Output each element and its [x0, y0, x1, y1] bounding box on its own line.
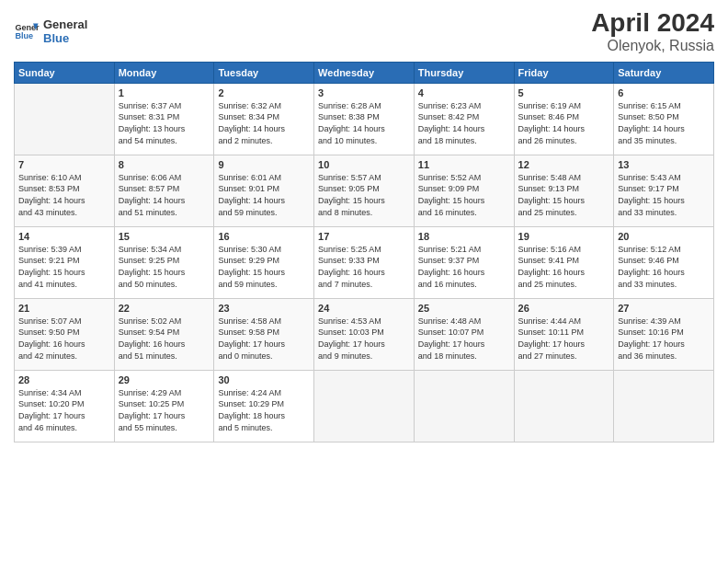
day-info: Sunrise: 5:21 AMSunset: 9:37 PMDaylight:…	[418, 244, 510, 290]
day-info: Sunrise: 5:52 AMSunset: 9:09 PMDaylight:…	[418, 172, 510, 218]
day-header-monday: Monday	[114, 62, 214, 83]
day-number: 29	[119, 374, 210, 385]
page-container: General Blue General Blue April 2024 Ole…	[0, 0, 728, 452]
day-header-sunday: Sunday	[15, 62, 115, 83]
calendar-cell: 24Sunrise: 4:53 AMSunset: 10:03 PMDaylig…	[314, 298, 415, 370]
calendar-cell: 5Sunrise: 6:19 AMSunset: 8:46 PMDaylight…	[514, 83, 614, 155]
logo-line1: General	[43, 17, 87, 32]
day-header-tuesday: Tuesday	[214, 62, 314, 83]
day-info: Sunrise: 4:58 AMSunset: 9:58 PMDaylight:…	[218, 316, 310, 362]
day-number: 26	[518, 303, 610, 314]
calendar-cell: 6Sunrise: 6:15 AMSunset: 8:50 PMDaylight…	[614, 83, 714, 155]
calendar-subtitle: Olenyok, Russia	[591, 38, 714, 54]
title-block: April 2024 Olenyok, Russia	[591, 9, 714, 54]
calendar-table: SundayMondayTuesdayWednesdayThursdayFrid…	[14, 62, 714, 442]
day-info: Sunrise: 5:12 AMSunset: 9:46 PMDaylight:…	[618, 244, 710, 290]
calendar-cell: 28Sunrise: 4:34 AMSunset: 10:20 PMDaylig…	[15, 370, 115, 442]
day-number: 25	[418, 303, 510, 314]
calendar-cell: 21Sunrise: 5:07 AMSunset: 9:50 PMDayligh…	[15, 298, 115, 370]
calendar-cell	[414, 370, 514, 442]
day-info: Sunrise: 6:10 AMSunset: 8:53 PMDaylight:…	[18, 172, 110, 218]
day-info: Sunrise: 4:24 AMSunset: 10:29 PMDaylight…	[218, 387, 310, 433]
day-number: 21	[18, 303, 110, 314]
day-number: 11	[418, 159, 510, 170]
day-info: Sunrise: 6:23 AMSunset: 8:42 PMDaylight:…	[418, 100, 510, 146]
day-info: Sunrise: 5:48 AMSunset: 9:13 PMDaylight:…	[518, 172, 610, 218]
calendar-cell: 25Sunrise: 4:48 AMSunset: 10:07 PMDaylig…	[414, 298, 514, 370]
svg-text:Blue: Blue	[15, 32, 33, 41]
day-number: 9	[218, 159, 310, 170]
calendar-cell: 27Sunrise: 4:39 AMSunset: 10:16 PMDaylig…	[614, 298, 714, 370]
calendar-title: April 2024	[591, 9, 714, 38]
calendar-cell: 10Sunrise: 5:57 AMSunset: 9:05 PMDayligh…	[314, 155, 415, 226]
day-info: Sunrise: 6:28 AMSunset: 8:38 PMDaylight:…	[318, 100, 410, 146]
week-row-1: 1Sunrise: 6:37 AMSunset: 8:31 PMDaylight…	[15, 83, 714, 155]
day-info: Sunrise: 4:29 AMSunset: 10:25 PMDaylight…	[119, 387, 210, 433]
calendar-body: 1Sunrise: 6:37 AMSunset: 8:31 PMDaylight…	[15, 83, 714, 442]
day-number: 22	[119, 303, 210, 314]
day-number: 27	[618, 303, 710, 314]
day-info: Sunrise: 6:15 AMSunset: 8:50 PMDaylight:…	[618, 100, 710, 146]
day-header-saturday: Saturday	[614, 62, 714, 83]
calendar-cell: 13Sunrise: 5:43 AMSunset: 9:17 PMDayligh…	[614, 155, 714, 226]
day-info: Sunrise: 6:06 AMSunset: 8:57 PMDaylight:…	[119, 172, 210, 218]
week-row-5: 28Sunrise: 4:34 AMSunset: 10:20 PMDaylig…	[15, 370, 714, 442]
calendar-cell: 2Sunrise: 6:32 AMSunset: 8:34 PMDaylight…	[214, 83, 314, 155]
logo-text: General Blue	[43, 17, 87, 46]
day-number: 18	[418, 231, 510, 242]
day-info: Sunrise: 5:43 AMSunset: 9:17 PMDaylight:…	[618, 172, 710, 218]
calendar-cell: 19Sunrise: 5:16 AMSunset: 9:41 PMDayligh…	[514, 226, 614, 298]
header: General Blue General Blue April 2024 Ole…	[14, 9, 714, 54]
day-number: 23	[218, 303, 310, 314]
calendar-cell	[15, 83, 115, 155]
day-number: 17	[318, 231, 410, 242]
calendar-cell: 4Sunrise: 6:23 AMSunset: 8:42 PMDaylight…	[414, 83, 514, 155]
day-number: 14	[18, 231, 110, 242]
logo: General Blue General Blue	[14, 17, 87, 46]
week-row-2: 7Sunrise: 6:10 AMSunset: 8:53 PMDaylight…	[15, 155, 714, 226]
day-number: 10	[318, 159, 410, 170]
calendar-cell: 17Sunrise: 5:25 AMSunset: 9:33 PMDayligh…	[314, 226, 415, 298]
day-number: 8	[119, 159, 210, 170]
day-info: Sunrise: 6:01 AMSunset: 9:01 PMDaylight:…	[218, 172, 310, 218]
day-info: Sunrise: 5:30 AMSunset: 9:29 PMDaylight:…	[218, 244, 310, 290]
header-row: SundayMondayTuesdayWednesdayThursdayFrid…	[15, 62, 714, 83]
calendar-cell: 18Sunrise: 5:21 AMSunset: 9:37 PMDayligh…	[414, 226, 514, 298]
day-info: Sunrise: 5:34 AMSunset: 9:25 PMDaylight:…	[119, 244, 210, 290]
day-number: 1	[119, 87, 210, 98]
logo-icon: General Blue	[14, 18, 40, 44]
day-info: Sunrise: 5:39 AMSunset: 9:21 PMDaylight:…	[18, 244, 110, 290]
day-info: Sunrise: 4:34 AMSunset: 10:20 PMDaylight…	[18, 387, 110, 433]
day-info: Sunrise: 4:53 AMSunset: 10:03 PMDaylight…	[318, 316, 410, 362]
calendar-cell: 12Sunrise: 5:48 AMSunset: 9:13 PMDayligh…	[514, 155, 614, 226]
day-number: 28	[18, 374, 110, 385]
calendar-cell: 30Sunrise: 4:24 AMSunset: 10:29 PMDaylig…	[214, 370, 314, 442]
day-number: 24	[318, 303, 410, 314]
day-info: Sunrise: 5:25 AMSunset: 9:33 PMDaylight:…	[318, 244, 410, 290]
day-number: 4	[418, 87, 510, 98]
day-number: 12	[518, 159, 610, 170]
calendar-cell: 16Sunrise: 5:30 AMSunset: 9:29 PMDayligh…	[214, 226, 314, 298]
day-header-thursday: Thursday	[414, 62, 514, 83]
calendar-cell: 3Sunrise: 6:28 AMSunset: 8:38 PMDaylight…	[314, 83, 415, 155]
day-number: 30	[218, 374, 310, 385]
day-number: 16	[218, 231, 310, 242]
calendar-cell: 11Sunrise: 5:52 AMSunset: 9:09 PMDayligh…	[414, 155, 514, 226]
day-header-wednesday: Wednesday	[314, 62, 415, 83]
day-number: 2	[218, 87, 310, 98]
calendar-cell: 23Sunrise: 4:58 AMSunset: 9:58 PMDayligh…	[214, 298, 314, 370]
logo-line2: Blue	[43, 31, 87, 46]
calendar-header: SundayMondayTuesdayWednesdayThursdayFrid…	[15, 62, 714, 83]
calendar-cell: 7Sunrise: 6:10 AMSunset: 8:53 PMDaylight…	[15, 155, 115, 226]
calendar-cell: 8Sunrise: 6:06 AMSunset: 8:57 PMDaylight…	[114, 155, 214, 226]
calendar-cell: 14Sunrise: 5:39 AMSunset: 9:21 PMDayligh…	[15, 226, 115, 298]
day-header-friday: Friday	[514, 62, 614, 83]
day-number: 7	[18, 159, 110, 170]
week-row-3: 14Sunrise: 5:39 AMSunset: 9:21 PMDayligh…	[15, 226, 714, 298]
day-number: 3	[318, 87, 410, 98]
day-info: Sunrise: 6:32 AMSunset: 8:34 PMDaylight:…	[218, 100, 310, 146]
calendar-cell: 22Sunrise: 5:02 AMSunset: 9:54 PMDayligh…	[114, 298, 214, 370]
day-number: 15	[119, 231, 210, 242]
day-info: Sunrise: 5:57 AMSunset: 9:05 PMDaylight:…	[318, 172, 410, 218]
day-info: Sunrise: 5:07 AMSunset: 9:50 PMDaylight:…	[18, 316, 110, 362]
